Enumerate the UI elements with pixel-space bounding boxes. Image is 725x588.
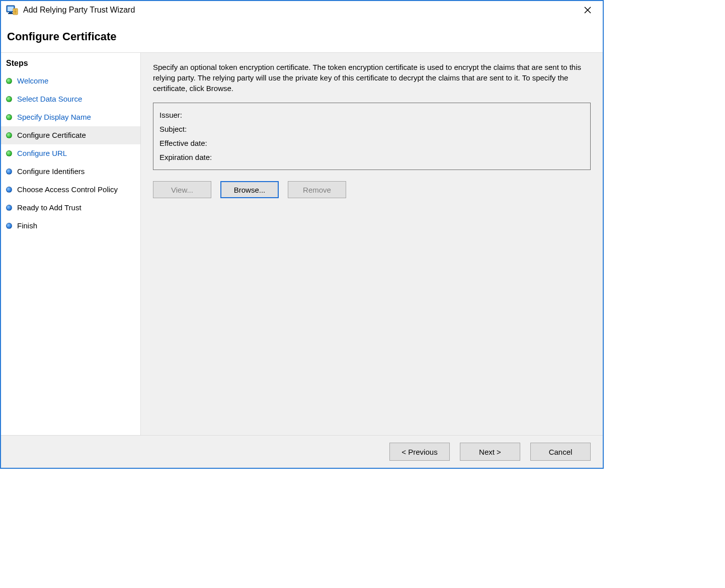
cert-effective-label: Effective date: (159, 139, 207, 147)
cert-issuer-label: Issuer: (159, 111, 182, 119)
step-bullet-done-icon (6, 150, 12, 156)
step-finish[interactable]: Finish (1, 217, 140, 235)
cert-effective-row: Effective date: (159, 136, 584, 150)
svg-rect-1 (8, 7, 14, 11)
step-label: Configure Certificate (17, 130, 135, 140)
step-bullet-pending-icon (6, 169, 12, 175)
page-heading: Configure Certificate (1, 18, 603, 52)
cert-subject-row: Subject: (159, 122, 584, 136)
certificate-button-row: View... Browse... Remove (153, 181, 591, 198)
step-bullet-pending-icon (6, 187, 12, 193)
step-bullet-done-icon (6, 96, 12, 102)
svg-rect-6 (14, 11, 17, 12)
cert-expiration-row: Expiration date: (159, 150, 584, 164)
spacer (153, 198, 591, 426)
wizard-body: Steps Welcome Select Data Source Specify… (1, 53, 603, 435)
browse-button[interactable]: Browse... (220, 181, 279, 198)
step-select-data-source[interactable]: Select Data Source (1, 90, 140, 108)
step-label: Ready to Add Trust (17, 203, 135, 213)
step-bullet-pending-icon (6, 223, 12, 229)
wizard-footer: < Previous Next > Cancel (1, 435, 603, 468)
step-label: Choose Access Control Policy (17, 185, 135, 195)
cert-subject-label: Subject: (159, 125, 187, 133)
titlebar: Add Relying Party Trust Wizard (1, 1, 603, 18)
cert-expiration-label: Expiration date: (159, 153, 212, 161)
svg-rect-3 (8, 13, 13, 14)
cancel-button[interactable]: Cancel (530, 443, 591, 461)
steps-header: Steps (1, 57, 140, 72)
step-label: Finish (17, 221, 135, 231)
next-button[interactable]: Next > (460, 443, 520, 461)
close-icon[interactable] (578, 5, 598, 15)
wizard-app-icon (6, 4, 18, 16)
steps-sidebar: Steps Welcome Select Data Source Specify… (1, 53, 141, 435)
svg-rect-2 (9, 12, 12, 13)
svg-rect-7 (14, 13, 17, 14)
step-bullet-done-icon (6, 114, 12, 120)
step-welcome[interactable]: Welcome (1, 72, 140, 90)
step-label: Specify Display Name (17, 112, 135, 122)
step-choose-access-control-policy[interactable]: Choose Access Control Policy (1, 181, 140, 199)
step-label: Welcome (17, 76, 135, 86)
step-bullet-pending-icon (6, 205, 12, 211)
instructions-text: Specify an optional token encryption cer… (153, 62, 591, 94)
step-bullet-done-icon (6, 132, 12, 138)
step-configure-identifiers[interactable]: Configure Identifiers (1, 162, 140, 181)
step-label: Select Data Source (17, 94, 135, 104)
window-title: Add Relying Party Trust Wizard (23, 6, 578, 15)
view-button: View... (153, 181, 211, 198)
remove-button: Remove (288, 181, 346, 198)
step-ready-to-add-trust[interactable]: Ready to Add Trust (1, 199, 140, 217)
step-label: Configure URL (17, 148, 135, 158)
certificate-details-box: Issuer: Subject: Effective date: Expirat… (153, 103, 591, 170)
step-configure-certificate[interactable]: Configure Certificate (1, 126, 140, 144)
step-configure-url[interactable]: Configure URL (1, 144, 140, 162)
step-label: Configure Identifiers (17, 166, 135, 177)
main-panel: Specify an optional token encryption cer… (141, 53, 603, 435)
cert-issuer-row: Issuer: (159, 108, 584, 122)
step-bullet-done-icon (6, 78, 12, 84)
step-specify-display-name[interactable]: Specify Display Name (1, 108, 140, 126)
svg-rect-5 (14, 10, 17, 11)
previous-button[interactable]: < Previous (389, 443, 450, 461)
wizard-window: Add Relying Party Trust Wizard Configure… (0, 0, 604, 469)
